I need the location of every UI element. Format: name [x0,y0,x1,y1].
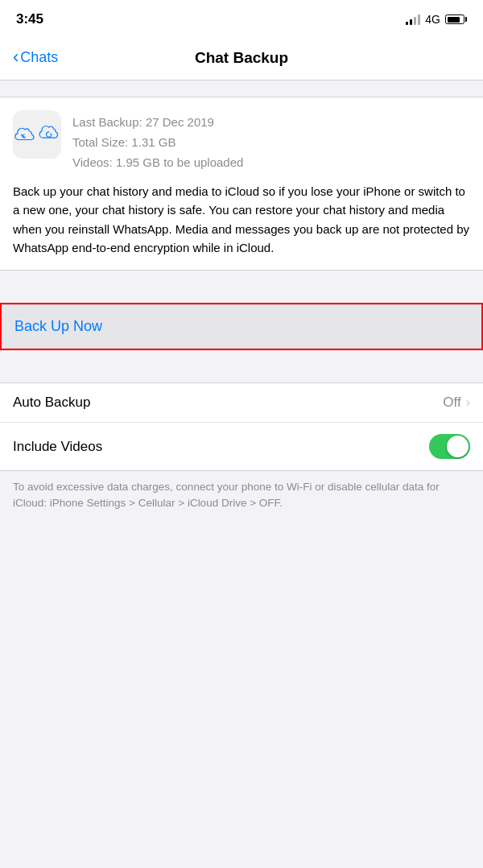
chevron-left-icon: ‹ [13,48,19,66]
battery-icon [445,14,467,24]
section-gap-3 [0,350,483,366]
total-size: Total Size: 1.31 GB [72,134,243,151]
status-bar: 3:45 4G [0,0,483,35]
cloud-icon [36,118,62,151]
network-label: 4G [425,13,440,26]
include-videos-toggle[interactable] [429,434,470,459]
svg-marker-0 [49,133,51,134]
chevron-right-icon: › [466,395,470,410]
auto-backup-label: Auto Backup [13,395,90,411]
backup-info-row: Last Backup: 27 Dec 2019 Total Size: 1.3… [13,110,470,171]
backup-description: Back up your chat history and media to i… [13,182,470,257]
backup-info-card: Last Backup: 27 Dec 2019 Total Size: 1.3… [0,97,483,271]
status-icons: 4G [406,13,467,26]
settings-section: Auto Backup Off › Include Videos [0,382,483,471]
videos-size: Videos: 1.95 GB to be uploaded [72,154,243,171]
auto-backup-value: Off [443,395,460,411]
auto-backup-value-wrap: Off › [443,395,470,411]
back-up-now-section: Back Up Now [0,303,483,350]
footer-note: To avoid excessive data charges, connect… [0,471,483,525]
back-button[interactable]: ‹ Chats [13,49,58,66]
page-title: Chat Backup [195,49,288,67]
section-gap-1 [0,81,483,97]
back-label: Chats [20,49,58,66]
auto-backup-row[interactable]: Auto Backup Off › [0,383,483,423]
include-videos-row[interactable]: Include Videos [0,423,483,470]
toggle-knob [447,436,469,457]
signal-icon [406,14,420,25]
section-gap-2 [0,271,483,287]
back-up-now-button[interactable]: Back Up Now [2,304,481,349]
status-time: 3:45 [16,11,43,27]
cloud-icon-wrap [13,110,61,159]
cloud-refresh-icon [13,123,36,146]
nav-bar: ‹ Chats Chat Backup [0,35,483,81]
backup-meta: Last Backup: 27 Dec 2019 Total Size: 1.3… [72,110,243,171]
last-backup: Last Backup: 27 Dec 2019 [72,114,243,130]
include-videos-label: Include Videos [13,439,102,455]
